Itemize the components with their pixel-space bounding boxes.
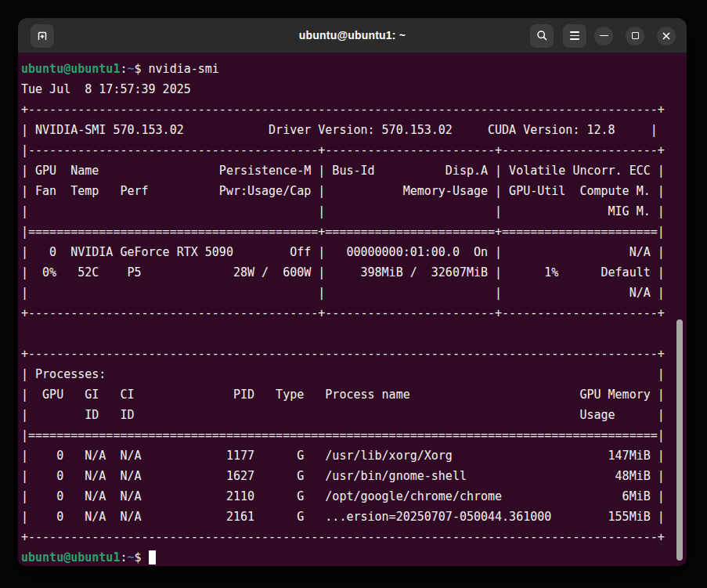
terminal-line: |---------------------------------------… <box>21 140 687 161</box>
terminal-line: | 0% 52C P5 28W / 600W | 398MiB / 32607M… <box>21 262 687 283</box>
terminal-line: | NVIDIA-SMI 570.153.02 Driver Version: … <box>21 120 687 140</box>
terminal-output[interactable]: ubuntu@ubuntu1:~$ nvidia-smiTue Jul 8 17… <box>18 53 687 566</box>
terminal-line: | Fan Temp Perf Pwr:Usage/Cap | Memory-U… <box>21 181 687 201</box>
terminal-line: | 0 N/A N/A 2161 G ...ersion=20250707-05… <box>21 507 687 527</box>
terminal-line: +---------------------------------------… <box>21 527 687 547</box>
minimize-icon <box>600 35 608 37</box>
terminal-line: | 0 N/A N/A 2110 G /opt/google/chrome/ch… <box>21 486 687 507</box>
terminal-line: | | | N/A | <box>21 283 687 303</box>
terminal-line: +---------------------------------------… <box>21 303 687 323</box>
close-button[interactable] <box>657 27 676 45</box>
prompt-path: ~ <box>127 62 134 76</box>
terminal-line: | ID ID Usage | <box>21 405 687 425</box>
terminal-line: Tue Jul 8 17:57:39 2025 <box>21 79 687 99</box>
minimize-button[interactable] <box>594 27 613 45</box>
command-text: nvidia-smi <box>149 62 219 76</box>
prompt-path: ~ <box>127 550 134 565</box>
terminal-line <box>21 323 687 344</box>
terminal-line: | | | MIG M. | <box>21 201 687 222</box>
maximize-button[interactable] <box>626 27 644 45</box>
scrollbar-thumb[interactable] <box>676 319 683 561</box>
terminal-line: | 0 NVIDIA GeForce RTX 5090 Off | 000000… <box>21 242 687 262</box>
hamburger-menu-icon <box>570 31 579 40</box>
maximize-icon <box>632 32 639 39</box>
titlebar[interactable]: ubuntu@ubuntu1: ~ <box>18 18 687 53</box>
terminal-line: |=======================================… <box>21 425 687 446</box>
close-icon <box>662 31 671 41</box>
search-button[interactable] <box>530 24 554 48</box>
terminal-cursor <box>149 550 156 565</box>
terminal-line: | GPU GI CI PID Type Process name GPU Me… <box>21 384 687 405</box>
prompt-user: ubuntu@ubuntu1 <box>21 62 120 76</box>
terminal-line: | GPU Name Persistence-M | Bus-Id Disp.A… <box>21 161 687 181</box>
menu-button[interactable] <box>563 24 586 48</box>
terminal-line: | 0 N/A N/A 1627 G /usr/bin/gnome-shell … <box>21 466 687 486</box>
terminal-line: ubuntu@ubuntu1:~$ nvidia-smi <box>21 59 687 79</box>
terminal-line: |=======================================… <box>21 222 687 242</box>
terminal-window: ubuntu@ubuntu1: ~ ubuntu@ubuntu1:~$ nvid… <box>18 18 687 566</box>
terminal-line: | Processes: | <box>21 364 687 384</box>
prompt-user: ubuntu@ubuntu1 <box>21 550 120 565</box>
terminal-line: ubuntu@ubuntu1:~$ <box>21 547 687 566</box>
prompt-symbol: $ <box>135 62 149 76</box>
terminal-line: +---------------------------------------… <box>21 344 687 364</box>
search-icon <box>536 30 548 41</box>
prompt-symbol: $ <box>135 550 149 565</box>
terminal-line: +---------------------------------------… <box>21 99 687 120</box>
terminal-line: | 0 N/A N/A 1177 G /usr/lib/xorg/Xorg 14… <box>21 446 687 466</box>
